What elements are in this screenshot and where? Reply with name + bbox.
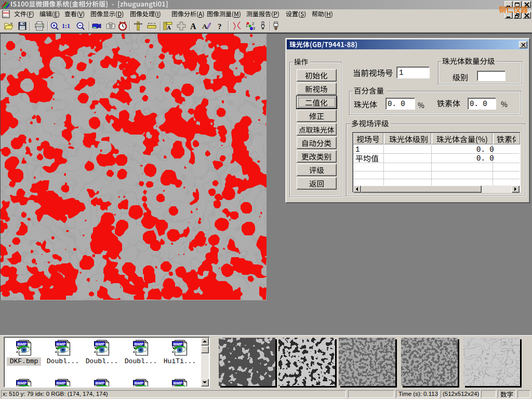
svg-text:BMP: BMP [18,342,27,347]
svg-text:A: A [190,22,196,31]
svg-text:1: 1 [246,24,248,28]
svg-text:BMP: BMP [18,381,27,385]
svg-text:3: 3 [253,26,255,30]
svg-text:A: A [167,24,171,31]
svg-text:1:1: 1:1 [62,22,70,30]
svg-text:BMP: BMP [174,381,183,385]
svg-text:BMP: BMP [174,342,183,347]
svg-text:2: 2 [252,22,254,25]
svg-text:DOC: DOC [3,11,9,15]
svg-text:BMP: BMP [96,381,105,385]
svg-text:BMP: BMP [135,342,144,347]
svg-text:BMP: BMP [57,381,66,385]
svg-text:BMP: BMP [96,342,105,347]
svg-text:BMP: BMP [57,342,66,347]
svg-text:BMP: BMP [135,381,144,385]
svg-text:?: ? [218,22,222,31]
svg-text:A: A [202,22,207,30]
